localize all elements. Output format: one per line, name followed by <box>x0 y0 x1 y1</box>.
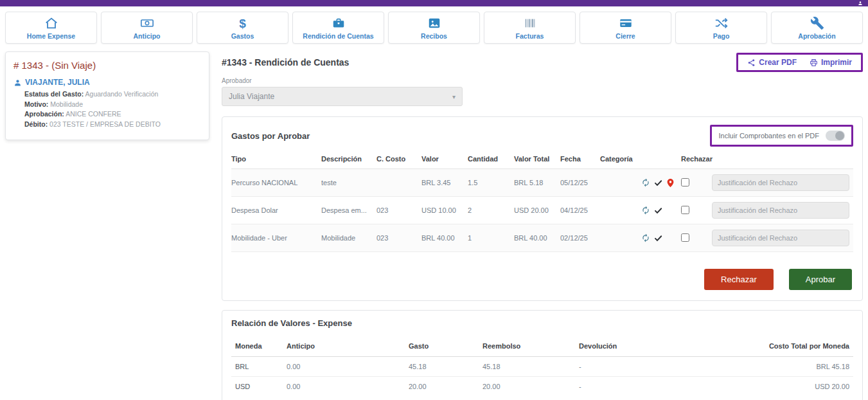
approve-button[interactable]: Aprobar <box>789 269 852 290</box>
nav-item-home-expense[interactable]: Home Expense <box>5 12 97 44</box>
expense-valor-total: BRL 5.18 <box>514 169 560 197</box>
barcode-icon <box>523 16 537 31</box>
nav-label: Aprobación <box>798 32 835 40</box>
person-icon <box>13 78 22 87</box>
check-icon[interactable] <box>654 234 662 242</box>
expense-descripcion: teste <box>321 169 376 197</box>
reject-button[interactable]: Rechazar <box>704 269 774 290</box>
expense-tipo: Mobilidade - Uber <box>231 224 321 252</box>
banknote-icon <box>140 16 154 31</box>
total-devolucion: - <box>575 357 729 377</box>
annotation-box-pdf-actions: Crear PDF Imprimir <box>736 53 863 72</box>
shuffle-icon <box>714 16 729 31</box>
nav-label: Home Expense <box>27 32 75 40</box>
traveler-name-row[interactable]: VIAJANTE, JULIA <box>13 78 201 87</box>
summary-field-aprobacion: Aprobación: ANICE CONFERE <box>24 109 201 120</box>
expense-fecha: 04/12/25 <box>560 197 600 224</box>
expenses-section: Gastos por Aprobar Incluir Comprobantes … <box>222 116 863 301</box>
total-gasto: 20.00 <box>405 377 479 397</box>
nav-item-anticipo[interactable]: Anticipo <box>101 12 193 44</box>
nav-item-gastos[interactable]: $ Gastos <box>197 12 288 44</box>
expense-valor-total: BRL 40.00 <box>514 224 560 252</box>
totals-row: USD 0.00 20.00 20.00 - USD 20.00 <box>231 377 853 397</box>
total-reembolso: 20.00 <box>479 377 575 397</box>
nav-label: Recibos <box>421 32 447 40</box>
nav-label: Gastos <box>231 32 254 40</box>
totals-table-header: Moneda Anticipo Gasto Reembolso Devoluci… <box>231 336 853 357</box>
expense-valor: USD 10.00 <box>421 197 468 224</box>
approver-label: Aprobador <box>222 77 863 84</box>
sync-icon[interactable] <box>641 206 650 215</box>
expense-cantidad: 2 <box>468 197 514 224</box>
annotation-box-include-receipts: Incluir Comprobantes en el PDF <box>710 125 853 147</box>
reject-checkbox[interactable] <box>681 178 689 186</box>
page-title: #1343 - Rendición de Cuentas <box>222 57 349 68</box>
nav-item-cierre[interactable]: Cierre <box>580 12 671 44</box>
print-link[interactable]: Imprimir <box>810 58 852 67</box>
expense-categoria <box>600 169 641 197</box>
topbar-user-icon[interactable] <box>858 1 863 6</box>
total-moneda: USD <box>231 377 283 397</box>
summary-field-status: Estatus del Gasto: Aguardando Verificaci… <box>24 89 201 100</box>
total-anticipo: 0.00 <box>283 377 405 397</box>
nav-item-facturas[interactable]: Facturas <box>484 12 576 44</box>
include-receipts-toggle-label: Incluir Comprobantes en el PDF <box>718 132 819 140</box>
create-pdf-link[interactable]: Crear PDF <box>747 58 797 67</box>
sync-icon[interactable] <box>641 233 650 242</box>
reject-checkbox[interactable] <box>681 206 689 214</box>
summary-field-debito: Débito: 023 TESTE / EMPRESA DE DEBITO <box>24 120 201 130</box>
summary-field-motivo: Motivo: Mobilidade <box>24 100 201 110</box>
share-icon <box>747 59 756 67</box>
topbar <box>0 0 868 6</box>
total-moneda: BRL <box>231 357 283 377</box>
expense-cantidad: 1.5 <box>468 169 514 197</box>
expense-cantidad: 1 <box>468 224 514 252</box>
totals-section-title: Relación de Valores - Expense <box>231 318 853 328</box>
image-icon <box>427 16 441 31</box>
home-icon <box>44 16 58 31</box>
credit-card-icon <box>619 16 633 31</box>
expense-summary-card: # 1343 - (Sin Viaje) VIAJANTE, JULIA Est… <box>5 51 209 140</box>
expense-tipo: Percurso NACIONAL <box>231 169 321 197</box>
nav-label: Anticipo <box>134 32 161 40</box>
location-pin-icon[interactable] <box>666 179 675 187</box>
nav-item-recibos[interactable]: Recibos <box>388 12 480 44</box>
expense-descripcion: Mobilidade <box>321 224 376 252</box>
nav-item-rendicion[interactable]: Rendición de Cuentas <box>292 12 384 44</box>
nav-item-pago[interactable]: Pago <box>675 12 767 44</box>
toggle-knob <box>835 131 844 140</box>
totals-row: BRL 0.00 45.18 45.18 - BRL 45.18 <box>231 357 853 377</box>
briefcase-icon <box>332 16 346 31</box>
nav-label: Rendición de Cuentas <box>303 32 373 40</box>
approver-select[interactable]: Julia Viajante ▾ <box>222 87 463 106</box>
total-costo: BRL 45.18 <box>729 357 853 377</box>
expenses-table: Tipo Descripción C. Costo Valor Cantidad… <box>231 149 853 252</box>
expenses-section-title: Gastos por Aprobar <box>231 131 310 141</box>
expense-tipo: Despesa Dolar <box>231 197 321 224</box>
total-reembolso: 45.18 <box>479 357 575 377</box>
total-gasto: 45.18 <box>405 357 479 377</box>
expenses-table-header: Tipo Descripción C. Costo Valor Cantidad… <box>231 149 853 169</box>
expense-row: Despesa Dolar Despesa em... 023 USD 10.0… <box>231 197 853 224</box>
dollar-icon: $ <box>239 16 246 31</box>
expense-valor-total: USD 20.00 <box>514 197 560 224</box>
total-devolucion: - <box>575 377 729 397</box>
sync-icon[interactable] <box>641 178 650 187</box>
expense-ccosto <box>376 169 421 197</box>
include-receipts-toggle[interactable] <box>826 131 845 141</box>
nav-item-aprobacion[interactable]: Aprobación <box>771 12 863 44</box>
wrench-icon <box>810 16 824 31</box>
check-icon[interactable] <box>654 179 662 187</box>
expense-fecha: 02/12/25 <box>560 224 600 252</box>
check-icon[interactable] <box>654 206 662 215</box>
approver-selected-value: Julia Viajante <box>229 92 274 101</box>
total-costo: USD 20.00 <box>729 377 853 397</box>
reject-justification-input[interactable] <box>712 202 849 219</box>
reject-checkbox[interactable] <box>681 233 689 242</box>
expense-descripcion: Despesa em... <box>321 197 376 224</box>
traveler-name: VIAJANTE, JULIA <box>25 78 90 87</box>
totals-table: Moneda Anticipo Gasto Reembolso Devoluci… <box>231 336 853 396</box>
reject-justification-input[interactable] <box>712 230 849 246</box>
expense-ccosto: 023 <box>376 224 421 252</box>
reject-justification-input[interactable] <box>712 174 849 191</box>
